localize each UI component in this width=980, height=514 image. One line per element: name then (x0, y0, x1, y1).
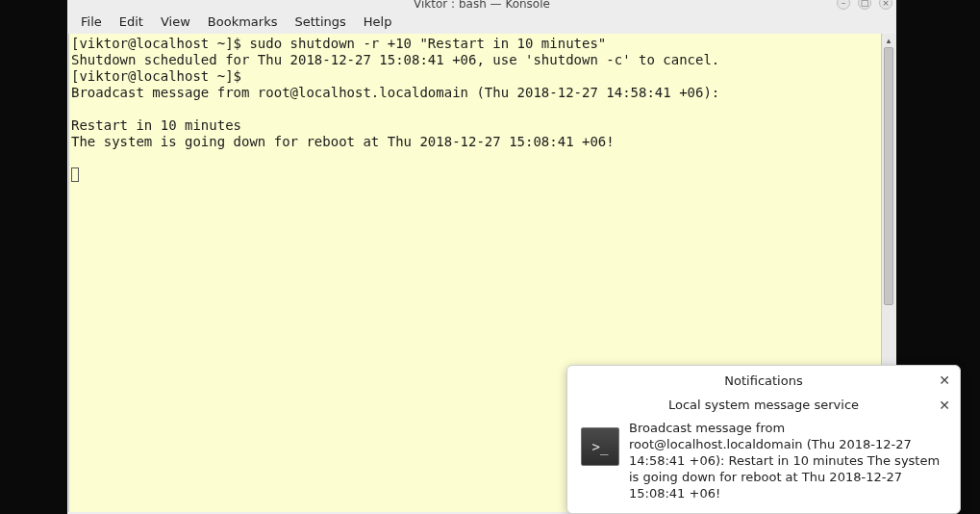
menu-settings[interactable]: Settings (287, 13, 353, 31)
notification-subheader: Local system message service ✕ (567, 394, 960, 418)
notification-text: Broadcast message from root@localhost.lo… (629, 420, 946, 501)
notification-source: Local system message service (668, 398, 859, 412)
cursor (71, 167, 79, 182)
notification-body: >_ Broadcast message from root@localhost… (567, 418, 960, 507)
notification-popup: Notifications ✕ Local system message ser… (566, 365, 961, 514)
menubar: File Edit View Bookmarks Settings Help (67, 10, 896, 34)
menu-view[interactable]: View (153, 13, 198, 31)
close-icon[interactable]: ✕ (939, 373, 950, 388)
menu-bookmarks[interactable]: Bookmarks (200, 13, 286, 31)
close-icon[interactable]: ✕ (939, 398, 950, 413)
menu-file[interactable]: File (73, 13, 110, 31)
scroll-up-arrow[interactable]: ▴ (882, 34, 895, 47)
menu-help[interactable]: Help (356, 13, 400, 31)
menu-edit[interactable]: Edit (112, 13, 151, 31)
titlebar: Viktor : bash — Konsole – □ × (67, 0, 896, 10)
minimize-button[interactable]: – (837, 0, 850, 10)
scroll-thumb[interactable] (884, 47, 893, 305)
close-button[interactable]: × (879, 0, 892, 10)
window-title: Viktor : bash — Konsole (67, 0, 896, 11)
notification-header: Notifications ✕ (567, 366, 960, 394)
notification-title: Notifications (724, 373, 802, 388)
maximize-button[interactable]: □ (858, 0, 871, 10)
terminal-icon: >_ (581, 427, 619, 466)
window-controls: – □ × (837, 0, 892, 10)
